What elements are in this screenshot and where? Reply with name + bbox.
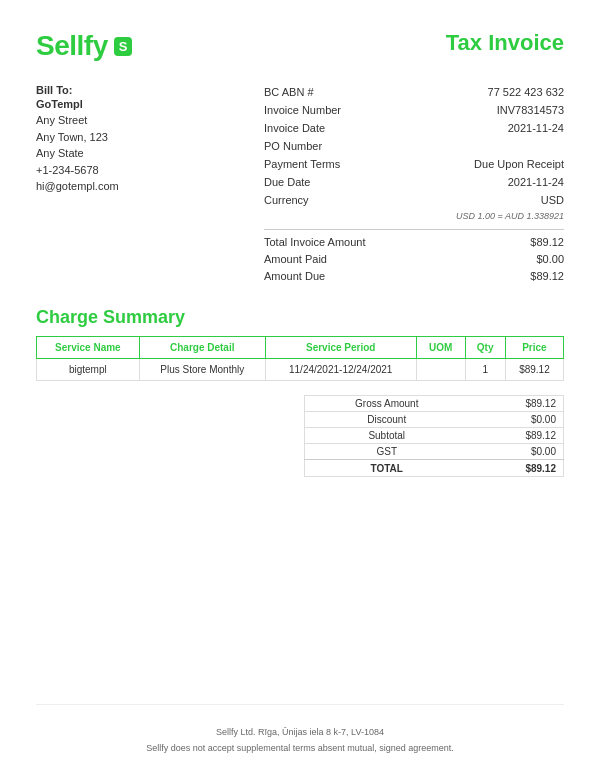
logo-badge: S xyxy=(114,37,133,56)
gross-amount-row: Gross Amount $89.12 xyxy=(305,396,564,412)
bill-to-company: GoTempl xyxy=(36,98,196,110)
bill-to-address1: Any Street xyxy=(36,112,196,129)
table-row: bigtemplPlus Store Monthly11/24/2021-12/… xyxy=(37,359,564,381)
currency-note-row: USD 1.00 = AUD 1.338921 xyxy=(264,210,564,224)
amount-due-row: Amount Due $89.12 xyxy=(264,268,564,285)
bc-abn-label: BC ABN # xyxy=(264,84,374,101)
col-uom: UOM xyxy=(416,337,465,359)
subtotal-row: Subtotal $89.12 xyxy=(305,428,564,444)
invoice-title: Tax Invoice xyxy=(446,30,564,56)
po-number-row: PO Number xyxy=(264,138,564,155)
footer-line2: Sellfy does not accept supplemental term… xyxy=(36,741,564,756)
gst-label: GST xyxy=(305,444,469,460)
bc-abn-value: 77 522 423 632 xyxy=(488,84,564,101)
gst-row: GST $0.00 xyxy=(305,444,564,460)
total-label: TOTAL xyxy=(305,460,469,477)
bill-to-address3: Any State xyxy=(36,145,196,162)
summary-table: Gross Amount $89.12 Discount $0.00 Subto… xyxy=(304,395,564,477)
payment-terms-value: Due Upon Receipt xyxy=(474,156,564,173)
charge-summary-title: Charge Summary xyxy=(36,307,564,328)
total-value: $89.12 xyxy=(469,460,564,477)
totals-block: Total Invoice Amount $89.12 Amount Paid … xyxy=(264,229,564,285)
currency-row: Currency USD xyxy=(264,192,564,209)
amount-paid-label: Amount Paid xyxy=(264,251,374,268)
total-invoice-label: Total Invoice Amount xyxy=(264,234,374,251)
invoice-date-value: 2021-11-24 xyxy=(508,120,564,137)
gross-amount-value: $89.12 xyxy=(469,396,564,412)
due-date-row: Due Date 2021-11-24 xyxy=(264,174,564,191)
invoice-date-label: Invoice Date xyxy=(264,120,374,137)
total-invoice-value: $89.12 xyxy=(530,234,564,251)
due-date-label: Due Date xyxy=(264,174,374,191)
table-header-row: Service Name Charge Detail Service Perio… xyxy=(37,337,564,359)
payment-terms-row: Payment Terms Due Upon Receipt xyxy=(264,156,564,173)
summary-section: Gross Amount $89.12 Discount $0.00 Subto… xyxy=(36,395,564,491)
discount-label: Discount xyxy=(305,412,469,428)
charge-summary-section: Charge Summary Service Name Charge Detai… xyxy=(36,307,564,395)
amount-due-label: Amount Due xyxy=(264,268,374,285)
amount-due-value: $89.12 xyxy=(530,268,564,285)
gst-value: $0.00 xyxy=(469,444,564,460)
bill-to-email: hi@gotempl.com xyxy=(36,178,196,195)
col-service-period: Service Period xyxy=(265,337,416,359)
cell-uom xyxy=(416,359,465,381)
payment-terms-label: Payment Terms xyxy=(264,156,374,173)
col-charge-detail: Charge Detail xyxy=(139,337,265,359)
bc-abn-row: BC ABN # 77 522 423 632 xyxy=(264,84,564,101)
cell-qty: 1 xyxy=(465,359,505,381)
invoice-number-value: INV78314573 xyxy=(497,102,564,119)
logo: Sellfy S xyxy=(36,30,132,62)
col-service-name: Service Name xyxy=(37,337,140,359)
total-invoice-row: Total Invoice Amount $89.12 xyxy=(264,234,564,251)
footer-line1: Sellfy Ltd. Rīga, Ūnijas iela 8 k-7, LV-… xyxy=(36,725,564,740)
charge-table: Service Name Charge Detail Service Perio… xyxy=(36,336,564,381)
po-number-label: PO Number xyxy=(264,138,374,155)
discount-row: Discount $0.00 xyxy=(305,412,564,428)
currency-value: USD xyxy=(541,192,564,209)
info-section: Bill To: GoTempl Any Street Any Town, 12… xyxy=(36,84,564,285)
bill-to-address2: Any Town, 123 xyxy=(36,129,196,146)
invoice-date-row: Invoice Date 2021-11-24 xyxy=(264,120,564,137)
amount-paid-row: Amount Paid $0.00 xyxy=(264,251,564,268)
subtotal-value: $89.12 xyxy=(469,428,564,444)
currency-label: Currency xyxy=(264,192,374,209)
cell-price: $89.12 xyxy=(505,359,563,381)
cell-charge_detail: Plus Store Monthly xyxy=(139,359,265,381)
col-qty: Qty xyxy=(465,337,505,359)
cell-service_period: 11/24/2021-12/24/2021 xyxy=(265,359,416,381)
invoice-number-label: Invoice Number xyxy=(264,102,374,119)
subtotal-label: Subtotal xyxy=(305,428,469,444)
invoice-details: BC ABN # 77 522 423 632 Invoice Number I… xyxy=(264,84,564,285)
bill-to-phone: +1-234-5678 xyxy=(36,162,196,179)
col-price: Price xyxy=(505,337,563,359)
invoice-page: Sellfy S Tax Invoice Bill To: GoTempl An… xyxy=(0,0,600,776)
logo-text: Sellfy xyxy=(36,30,108,62)
amount-paid-value: $0.00 xyxy=(536,251,564,268)
gross-amount-label: Gross Amount xyxy=(305,396,469,412)
footer: Sellfy Ltd. Rīga, Ūnijas iela 8 k-7, LV-… xyxy=(36,704,564,756)
discount-value: $0.00 xyxy=(469,412,564,428)
invoice-number-row: Invoice Number INV78314573 xyxy=(264,102,564,119)
total-row: TOTAL $89.12 xyxy=(305,460,564,477)
bill-to: Bill To: GoTempl Any Street Any Town, 12… xyxy=(36,84,196,285)
cell-service_name: bigtempl xyxy=(37,359,140,381)
header: Sellfy S Tax Invoice xyxy=(36,30,564,62)
currency-note: USD 1.00 = AUD 1.338921 xyxy=(456,210,564,224)
bill-to-label: Bill To: xyxy=(36,84,196,96)
due-date-value: 2021-11-24 xyxy=(508,174,564,191)
